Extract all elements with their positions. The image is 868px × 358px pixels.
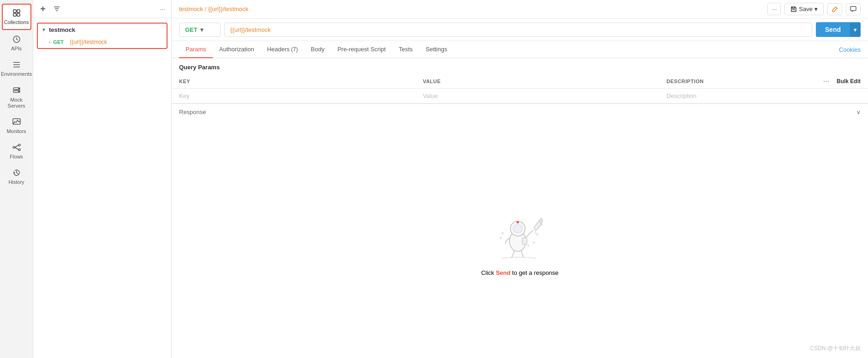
collection-root: ▼ testmock › GET {{url}}/testmock — [37, 23, 168, 49]
method-badge: GET — [53, 39, 67, 45]
top-toolbar: ··· Save ▾ — [767, 3, 861, 15]
key-cell[interactable]: Key — [172, 89, 415, 103]
sidebar-collections-label: Collections — [4, 19, 29, 25]
svg-rect-0 — [13, 10, 16, 12]
svg-rect-21 — [522, 238, 527, 244]
svg-point-8 — [18, 91, 19, 92]
params-more-button[interactable]: ··· — [821, 77, 831, 85]
sidebar-mock-servers-label: Mock Servers — [4, 97, 30, 109]
save-icon — [790, 6, 797, 12]
response-hint: Click Send to get a response — [481, 269, 559, 276]
main-area: testmock / {{url}}/testmock ··· Save ▾ — [172, 0, 868, 358]
environments-icon — [12, 60, 21, 69]
bulk-edit-button[interactable]: Bulk Edit — [837, 78, 861, 85]
value-header-label: VALUE — [423, 79, 441, 84]
pencil-icon — [832, 6, 838, 12]
value-cell[interactable]: Value — [415, 89, 659, 103]
sidebar-environments-label: Environments — [1, 71, 32, 77]
tab-params[interactable]: Params — [179, 41, 213, 58]
plus-icon — [39, 5, 47, 12]
more-dots-label: ··· — [160, 6, 165, 12]
svg-point-17 — [502, 232, 503, 234]
top-bar: testmock / {{url}}/testmock ··· Save ▾ — [172, 0, 868, 18]
svg-point-22 — [516, 221, 519, 224]
sidebar-item-collections[interactable]: Collections — [2, 4, 31, 30]
panel-toolbar: ··· — [33, 0, 171, 18]
edit-button[interactable] — [827, 3, 842, 15]
cookies-button[interactable]: Cookies — [839, 42, 861, 58]
filter-button[interactable] — [52, 4, 62, 14]
method-select[interactable]: GET ▾ — [179, 23, 221, 37]
sidebar-item-monitors[interactable]: Monitors — [2, 114, 31, 138]
tab-authorization-label: Authorization — [219, 46, 254, 53]
query-params-section: Query Params KEY VALUE DESCRIPTION ··· — [172, 58, 868, 103]
breadcrumb: testmock / {{url}}/testmock — [179, 6, 764, 12]
url-bar: GET ▾ Send ▾ — [172, 18, 868, 41]
tab-tests-label: Tests — [399, 46, 413, 53]
value-column-header: VALUE — [415, 74, 659, 89]
svg-point-20 — [527, 245, 529, 247]
sidebar: Collections APIs Environments Mock Serve… — [0, 0, 33, 358]
tab-settings-label: Settings — [425, 46, 447, 53]
tab-body[interactable]: Body — [305, 41, 331, 58]
svg-rect-3 — [17, 13, 20, 16]
sidebar-item-mock-servers[interactable]: Mock Servers — [2, 82, 31, 113]
description-header-label: DESCRIPTION — [666, 79, 704, 84]
sidebar-apis-label: APIs — [11, 46, 22, 52]
sidebar-item-apis[interactable]: APIs — [2, 31, 31, 55]
params-table: KEY VALUE DESCRIPTION ··· Bulk Edit — [172, 74, 868, 103]
comment-button[interactable] — [846, 3, 861, 15]
collections-icon — [12, 8, 21, 18]
tabs-bar: Params Authorization Headers (7) Body Pr… — [172, 41, 868, 58]
send-dropdown-button[interactable]: ▾ — [850, 23, 861, 37]
save-button[interactable]: Save ▾ — [784, 3, 824, 15]
url-input[interactable] — [224, 23, 812, 37]
sidebar-item-history[interactable]: History — [2, 164, 31, 189]
add-collection-button[interactable] — [38, 4, 48, 14]
tab-params-label: Params — [186, 46, 206, 53]
tab-headers[interactable]: Headers (7) — [261, 41, 305, 58]
chevron-down-icon: ▼ — [42, 27, 46, 32]
svg-point-11 — [18, 144, 20, 146]
more-options-button[interactable]: ··· — [159, 4, 167, 14]
mock-servers-icon — [12, 86, 21, 95]
sidebar-item-environments[interactable]: Environments — [2, 56, 31, 81]
response-body: Click Send to get a response — [172, 120, 868, 358]
apis-icon — [12, 35, 21, 44]
send-button[interactable]: Send ▾ — [816, 22, 861, 37]
hint-suffix: to get a response — [510, 269, 558, 276]
item-url: {{url}}/testmock — [70, 39, 107, 45]
top-more-dots: ··· — [772, 6, 777, 12]
save-dropdown-arrow: ▾ — [814, 6, 818, 12]
description-cell[interactable]: Description — [659, 89, 868, 103]
response-title: Response — [179, 109, 206, 115]
method-arrow: ▾ — [200, 26, 204, 33]
breadcrumb-root: testmock — [179, 6, 203, 12]
tab-settings[interactable]: Settings — [419, 41, 454, 58]
svg-point-12 — [18, 149, 20, 151]
response-chevron-icon: ∨ — [856, 109, 861, 115]
collection-tree: ▼ testmock › GET {{url}}/testmock — [33, 18, 171, 358]
flows-icon — [12, 143, 21, 152]
collection-item[interactable]: › GET {{url}}/testmock — [38, 36, 167, 48]
tab-prerequest[interactable]: Pre-request Script — [331, 41, 392, 58]
send-main-button[interactable]: Send — [816, 22, 850, 37]
sidebar-monitors-label: Monitors — [6, 128, 26, 134]
sidebar-item-flows[interactable]: Flows — [2, 139, 31, 164]
svg-rect-13 — [850, 6, 856, 11]
key-placeholder: Key — [179, 92, 189, 99]
watermark: CSDN @十旬叶大叔 — [810, 345, 861, 352]
top-more-button[interactable]: ··· — [767, 3, 781, 15]
tab-tests[interactable]: Tests — [392, 41, 419, 58]
tab-authorization[interactable]: Authorization — [213, 41, 261, 58]
monitors-icon — [12, 117, 21, 127]
svg-rect-1 — [17, 10, 20, 12]
sidebar-flows-label: Flows — [10, 154, 23, 160]
collections-panel: ··· ▼ testmock › GET {{url}}/testmock — [33, 0, 172, 358]
svg-point-10 — [13, 146, 15, 148]
collection-name-row[interactable]: ▼ testmock — [38, 24, 167, 36]
cookies-label: Cookies — [839, 46, 861, 53]
response-header[interactable]: Response ∨ — [172, 104, 868, 120]
tab-body-label: Body — [311, 46, 325, 53]
desc-header-content: DESCRIPTION ··· Bulk Edit — [666, 77, 861, 85]
